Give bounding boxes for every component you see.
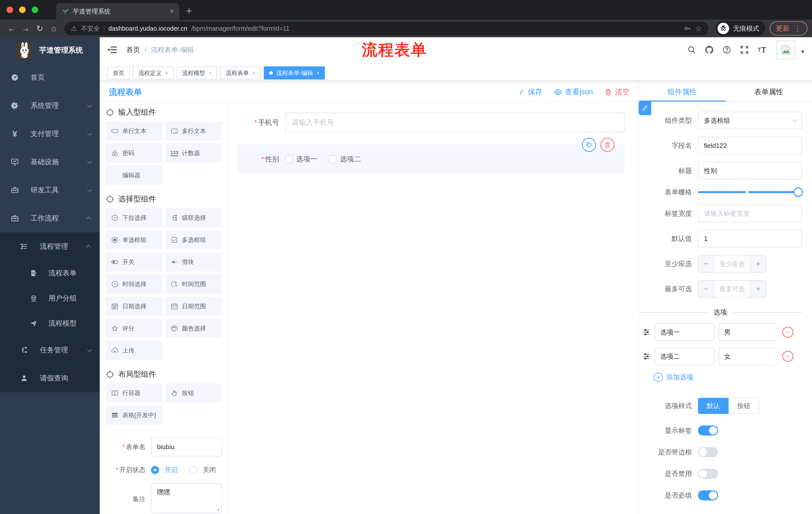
password-key-icon[interactable]: [684, 25, 691, 32]
stepper-minus-button[interactable]: −: [698, 255, 714, 272]
default-value-input[interactable]: [698, 230, 802, 247]
add-option-button[interactable]: + 添加选项: [654, 373, 802, 382]
route-tab-process-form-edit[interactable]: 流程表单-编辑 ×: [264, 66, 325, 79]
help-icon[interactable]: [720, 43, 734, 57]
drag-handle-icon[interactable]: [642, 352, 651, 360]
slider-handle[interactable]: [793, 187, 803, 197]
option-value-input[interactable]: [719, 348, 778, 365]
palette-item-editor[interactable]: 编辑器: [106, 166, 162, 185]
remove-option-button[interactable]: −: [782, 351, 793, 362]
grid-slider[interactable]: [698, 187, 802, 197]
font-size-icon[interactable]: TT: [755, 43, 769, 57]
title-input[interactable]: [698, 162, 802, 180]
gender-option-2[interactable]: 选项二: [329, 154, 361, 164]
palette-item-date-range[interactable]: 日期范围: [165, 297, 222, 316]
route-tab-process-model[interactable]: 流程模型 ×: [177, 66, 217, 79]
label-width-input[interactable]: [698, 205, 802, 222]
reload-icon[interactable]: ↻: [33, 24, 47, 33]
palette-item-button[interactable]: 按钮: [165, 383, 222, 403]
address-bar[interactable]: ⚠ 不安全 dashboard.yudao.iocoder.cn/bpm/man…: [64, 22, 708, 35]
zoom-window-button[interactable]: [32, 6, 38, 13]
palette-item-checkbox-group[interactable]: 多选框组: [165, 231, 222, 249]
palette-item-time-picker[interactable]: 时间选择: [106, 275, 162, 294]
sidebar-item-payment[interactable]: ¥ 支付管理: [0, 120, 100, 148]
fullscreen-icon[interactable]: [737, 43, 751, 57]
tab-close-icon[interactable]: ×: [317, 70, 320, 76]
palette-item-color-picker[interactable]: 颜色选择: [165, 319, 222, 338]
palette-item-rate[interactable]: 评分: [106, 319, 162, 338]
stepper-minus-button[interactable]: −: [698, 281, 714, 297]
route-tab-process-definition[interactable]: 流程定义 ×: [133, 66, 174, 79]
new-tab-button[interactable]: +: [186, 5, 192, 17]
resize-grip-icon[interactable]: [216, 508, 220, 512]
tab-component-props[interactable]: 组件属性: [639, 83, 725, 101]
sidebar-item-workflow[interactable]: 工作流程: [0, 204, 100, 232]
delete-component-button[interactable]: [601, 138, 614, 152]
required-toggle[interactable]: [698, 490, 718, 501]
palette-item-time-range[interactable]: 时间范围: [165, 275, 222, 294]
avatar[interactable]: [777, 40, 795, 59]
search-icon[interactable]: [685, 43, 699, 57]
sidebar-item-task-management[interactable]: 任务管理: [0, 336, 100, 364]
sidebar-item-system[interactable]: 系统管理: [0, 91, 100, 120]
border-toggle[interactable]: [698, 447, 718, 457]
sidebar-item-process-model[interactable]: 流程模型: [0, 311, 100, 336]
palette-item-switch[interactable]: 开关: [106, 252, 162, 272]
home-icon[interactable]: ⌂: [47, 24, 61, 33]
show-label-toggle[interactable]: [698, 426, 718, 436]
style-default-button[interactable]: 默认: [698, 398, 729, 414]
bookmark-star-icon[interactable]: ☆: [695, 24, 702, 33]
route-tab-home[interactable]: 首页: [107, 66, 130, 79]
save-button[interactable]: ✓ 保存: [519, 87, 542, 97]
option-label-input[interactable]: [655, 323, 715, 341]
status-on-label[interactable]: 开启: [165, 465, 178, 474]
field-name-input[interactable]: [698, 137, 802, 154]
palette-item-upload[interactable]: 上传: [106, 341, 162, 360]
browser-menu-icon[interactable]: ⋮: [794, 24, 802, 33]
canvas-field-gender-selected[interactable]: *性别 选项一 选项二: [237, 144, 625, 174]
max-select-input[interactable]: [714, 281, 750, 297]
palette-item-cascader[interactable]: 级联选择: [165, 208, 222, 227]
option-value-input[interactable]: [719, 323, 778, 341]
palette-item-select[interactable]: 下拉选择: [106, 208, 162, 227]
close-window-button[interactable]: [6, 6, 13, 13]
checkbox-empty[interactable]: [329, 155, 337, 163]
sidebar-item-home[interactable]: 首页: [0, 63, 100, 91]
collapse-sidebar-icon[interactable]: [107, 46, 117, 54]
stepper-plus-button[interactable]: +: [750, 255, 766, 272]
status-off-label[interactable]: 关闭: [203, 465, 216, 474]
palette-item-radio-group[interactable]: 单选框组: [106, 231, 162, 249]
palette-item-counter[interactable]: 123 计数器: [165, 143, 222, 163]
palette-item-table[interactable]: 表格[开发中]: [106, 406, 162, 425]
tab-close-icon[interactable]: ×: [252, 70, 255, 76]
remove-option-button[interactable]: −: [782, 327, 793, 338]
palette-item-slider[interactable]: 滑块: [165, 252, 222, 272]
palette-item-row-container[interactable]: 行容器: [106, 383, 162, 403]
tab-close-icon[interactable]: ×: [170, 7, 174, 15]
sidebar-item-user-group[interactable]: 用户分组: [0, 286, 100, 311]
form-remark-textarea[interactable]: 嘿嘿: [151, 483, 222, 514]
gender-option-1[interactable]: 选项一: [285, 154, 317, 164]
palette-item-date-picker[interactable]: 日期选择: [106, 297, 162, 316]
disabled-toggle[interactable]: [698, 469, 718, 479]
option-label-input[interactable]: [655, 348, 715, 365]
sidebar-logo[interactable]: 芋道管理系统: [0, 37, 100, 63]
back-icon[interactable]: ←: [4, 24, 19, 33]
checkbox-empty[interactable]: [285, 155, 293, 163]
copy-component-button[interactable]: [582, 138, 596, 152]
status-radio-on[interactable]: [151, 466, 159, 474]
avatar-caret-icon[interactable]: ▾: [801, 48, 805, 56]
clear-button[interactable]: 清空: [605, 87, 630, 97]
view-json-button[interactable]: 查看json: [554, 87, 593, 97]
style-button-button[interactable]: 按钮: [729, 398, 759, 414]
sidebar-item-leave-query[interactable]: 请假查询: [0, 364, 100, 392]
sidebar-item-process-form[interactable]: 流程表单: [0, 261, 100, 286]
tab-form-props[interactable]: 表单属性: [725, 83, 812, 101]
palette-item-textarea[interactable]: 多行文本: [165, 121, 222, 141]
minimize-window-button[interactable]: [19, 6, 26, 13]
component-type-select[interactable]: 多选框组: [698, 112, 802, 129]
form-name-input[interactable]: [151, 437, 222, 456]
sidebar-item-devtools[interactable]: 研发工具: [0, 176, 100, 204]
breadcrumb-home[interactable]: 首页: [126, 45, 140, 54]
sidebar-item-infrastructure[interactable]: 基础设施: [0, 148, 100, 176]
